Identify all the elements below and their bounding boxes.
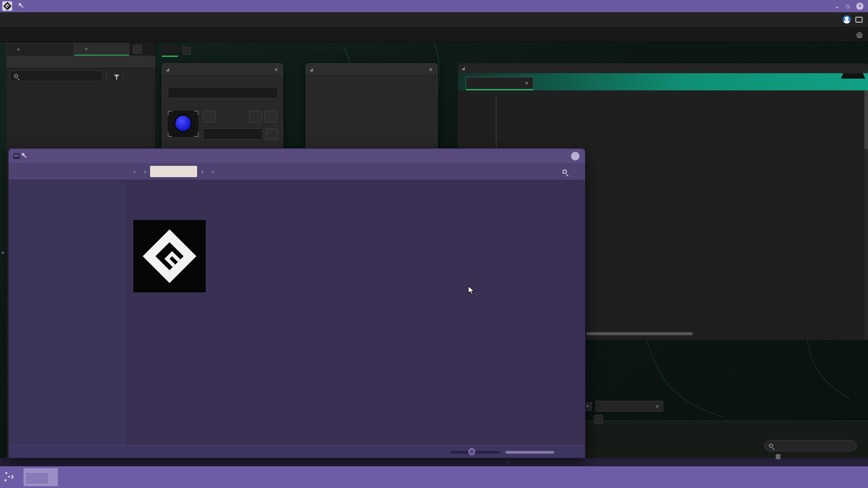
close-icon[interactable]: × — [85, 46, 88, 52]
tab-step[interactable]: × — [466, 77, 533, 90]
filter-icon[interactable] — [114, 75, 119, 80]
mask-more-button[interactable] — [265, 128, 278, 140]
tab-workspace-1[interactable] — [162, 44, 178, 57]
maximize-icon[interactable]: ◇ — [846, 3, 850, 9]
app-launcher-button[interactable]: › — [5, 469, 21, 485]
object-name-field[interactable] — [168, 87, 278, 99]
new-sprite-button[interactable] — [203, 111, 216, 122]
dolphin-status-bar — [9, 445, 585, 458]
pin-icon[interactable] — [23, 154, 27, 158]
feedback-icon[interactable] — [855, 17, 863, 23]
zoom-slider-track-right[interactable] — [505, 451, 554, 454]
code-search-input[interactable] — [764, 440, 857, 451]
draw-gui-panel: × × ▦ — [583, 421, 868, 458]
close-icon[interactable]: × — [856, 3, 863, 10]
collision-mask-select[interactable] — [203, 128, 263, 140]
split-button[interactable] — [552, 168, 554, 175]
target-icon[interactable]: ◎ — [856, 30, 863, 39]
dolphin-window: ⌄ ⌄ › › › › — [8, 148, 585, 458]
editor-status-bar: ▦ — [583, 453, 868, 459]
object-editor-window: ◢ × — [162, 63, 283, 154]
code-header-strip: × — [458, 73, 868, 90]
search-icon — [769, 444, 773, 448]
dolphin-titlebar[interactable] — [9, 149, 585, 163]
grid-icon: ▦ — [775, 453, 781, 460]
horizontal-scrollbar[interactable] — [586, 332, 693, 335]
dock-corner-icon: ◢ — [462, 66, 465, 70]
search-icon[interactable] — [562, 169, 567, 174]
dock-corner-icon: ◢ — [310, 67, 313, 72]
sprite-thumbnail[interactable] — [168, 111, 198, 137]
pin-icon[interactable] — [20, 5, 24, 8]
taskbar: › — [0, 466, 868, 488]
tab-draw-gui[interactable]: × — [595, 401, 663, 412]
edit-image-button[interactable] — [249, 111, 262, 122]
asset-browser-header — [6, 56, 156, 68]
tab-assets[interactable]: × — [74, 43, 129, 56]
mouse-cursor — [468, 286, 477, 296]
file-item[interactable] — [133, 220, 206, 295]
asset-tree — [6, 84, 156, 84]
player-sprite-preview — [175, 116, 191, 131]
zoom-slider-handle[interactable] — [468, 448, 475, 455]
window-preview[interactable] — [24, 468, 58, 486]
close-icon[interactable]: × — [274, 66, 278, 73]
breadcrumb: › › › › — [133, 166, 218, 177]
gamemaker-logo-icon — [2, 1, 12, 11]
workspace-tabstrip — [156, 42, 868, 57]
ide-bottom-strip: ⌄ — [0, 458, 868, 466]
menu-bar — [0, 12, 868, 27]
asset-search-input[interactable] — [10, 70, 103, 81]
add-tab-button[interactable] — [594, 415, 603, 424]
panel-collapse-handle[interactable]: « — [1, 249, 5, 256]
search-icon — [14, 74, 18, 78]
tab-inspector[interactable]: × — [6, 43, 74, 56]
vertical-scrollbar[interactable] — [864, 90, 868, 340]
close-icon[interactable]: × — [525, 80, 528, 87]
gamemaker-titlebar: ⌄ ◇ × — [0, 0, 868, 12]
add-workspace-button[interactable] — [183, 47, 191, 55]
appimage-file-icon — [133, 220, 206, 292]
add-dock-tab-button[interactable] — [133, 45, 142, 54]
screen: ⌄ ◇ × ◎ — [0, 0, 868, 488]
account-avatar[interactable] — [843, 15, 851, 23]
dolphin-sidebar — [9, 181, 127, 445]
dolphin-window-icon — [13, 153, 20, 159]
edit-sprite-button[interactable] — [264, 111, 277, 122]
minimize-icon[interactable]: ⌄ — [835, 3, 840, 9]
chevron-down-icon[interactable]: ⌄ — [506, 458, 510, 464]
dolphin-file-view[interactable] — [127, 181, 585, 445]
dock-corner-icon: ◢ — [166, 67, 169, 72]
breadcrumb-redacted-segment[interactable] — [150, 166, 197, 177]
close-icon[interactable] — [571, 152, 580, 160]
close-icon[interactable]: × — [17, 46, 20, 53]
zoom-slider-track[interactable] — [450, 451, 500, 454]
events-window: ◢ × — [306, 63, 438, 150]
toolbar: ◎ — [0, 27, 868, 42]
close-icon[interactable]: × — [656, 403, 659, 410]
dolphin-toolbar: ⌄ ⌄ › › › › — [9, 163, 585, 180]
close-icon[interactable]: × — [429, 66, 433, 73]
